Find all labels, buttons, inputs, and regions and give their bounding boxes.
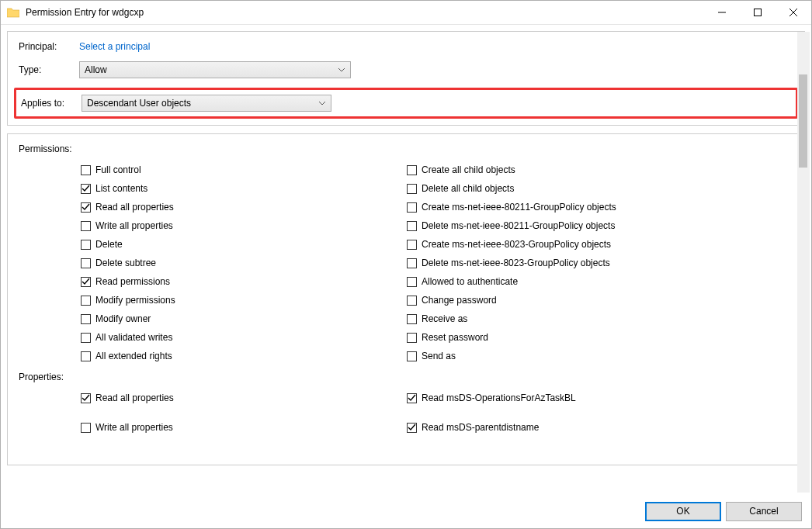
ok-button[interactable]: OK xyxy=(645,502,721,521)
permission-item: Delete subtree xyxy=(81,254,407,272)
scrollbar-thumb[interactable] xyxy=(799,74,807,168)
permission-label: Read msDS-parentdistname xyxy=(422,422,539,433)
permission-label: Read msDS-OperationsForAzTaskBL xyxy=(422,392,576,403)
maximize-button[interactable] xyxy=(740,1,776,24)
permissions-columns: Full controlList contentsRead all proper… xyxy=(19,161,793,365)
type-row: Type: Allow xyxy=(19,61,793,78)
checkbox[interactable] xyxy=(81,333,91,343)
checkbox[interactable] xyxy=(81,221,91,231)
titlebar: Permission Entry for wdgcxp xyxy=(1,1,811,25)
type-label: Type: xyxy=(19,64,79,75)
permission-label: Full control xyxy=(95,164,141,175)
type-dropdown[interactable]: Allow xyxy=(79,61,351,78)
checkbox[interactable] xyxy=(407,277,417,287)
cancel-button[interactable]: Cancel xyxy=(726,502,802,521)
window-buttons xyxy=(704,1,811,24)
permission-item: All extended rights xyxy=(81,347,407,365)
permission-item: List contents xyxy=(81,179,407,198)
permission-label: Modify owner xyxy=(95,313,151,324)
principal-label: Principal: xyxy=(19,41,79,52)
checkbox[interactable] xyxy=(81,393,91,403)
applies-to-dropdown[interactable]: Descendant User objects xyxy=(82,95,331,112)
vertical-scrollbar[interactable] xyxy=(797,32,810,493)
permission-item: All validated writes xyxy=(81,328,407,347)
permissions-left-column: Full controlList contentsRead all proper… xyxy=(81,161,407,365)
minimize-button[interactable] xyxy=(704,1,740,24)
permission-item: Create ms-net-ieee-80211-GroupPolicy obj… xyxy=(407,198,733,216)
content-area: Principal: Select a principal Type: Allo… xyxy=(1,25,811,494)
principal-row: Principal: Select a principal xyxy=(19,41,793,52)
permission-label: Write all properties xyxy=(95,220,173,231)
permissions-header: Permissions: xyxy=(19,143,793,154)
permission-label: Write all properties xyxy=(95,422,173,433)
checkbox[interactable] xyxy=(407,258,417,268)
checkbox[interactable] xyxy=(407,184,417,194)
checkbox[interactable] xyxy=(81,258,91,268)
permission-item: Read all properties xyxy=(81,389,407,407)
permission-item: Receive as xyxy=(407,309,733,328)
checkbox[interactable] xyxy=(407,314,417,324)
checkbox[interactable] xyxy=(407,165,417,175)
permission-label: Allowed to authenticate xyxy=(422,276,518,287)
permission-item: Modify owner xyxy=(81,309,407,328)
checkbox[interactable] xyxy=(407,202,417,213)
permission-label: Modify permissions xyxy=(95,295,175,306)
checkbox[interactable] xyxy=(81,277,91,287)
permission-item: Send as xyxy=(407,347,733,365)
chevron-down-icon xyxy=(336,68,347,72)
select-principal-link[interactable]: Select a principal xyxy=(79,41,150,52)
permission-label: Delete xyxy=(95,239,123,250)
permission-item: Read msDS-OperationsForAzTaskBL xyxy=(407,389,733,407)
permission-label: Change password xyxy=(422,295,497,306)
checkbox[interactable] xyxy=(81,184,91,194)
properties-header: Properties: xyxy=(19,372,793,382)
permission-label: Read permissions xyxy=(95,276,170,287)
permission-label: Create ms-net-ieee-8023-GroupPolicy obje… xyxy=(422,239,611,250)
checkbox[interactable] xyxy=(81,165,91,175)
permission-item: Delete ms-net-ieee-8023-GroupPolicy obje… xyxy=(407,254,733,272)
checkbox[interactable] xyxy=(81,240,91,250)
permission-label: List contents xyxy=(95,183,147,194)
permissions-right-column: Create all child objectsDelete all child… xyxy=(407,161,733,365)
permission-label: Delete ms-net-ieee-8023-GroupPolicy obje… xyxy=(422,258,610,268)
checkbox[interactable] xyxy=(407,296,417,306)
permission-label: Create ms-net-ieee-80211-GroupPolicy obj… xyxy=(422,202,616,213)
checkbox[interactable] xyxy=(81,314,91,324)
permission-label: Read all properties xyxy=(95,392,174,403)
properties-right-column: Read msDS-OperationsForAzTaskBLRead msDS… xyxy=(407,389,733,437)
permission-item: Read msDS-parentdistname xyxy=(407,418,733,437)
dialog-footer: OK Cancel xyxy=(1,494,811,528)
checkbox[interactable] xyxy=(81,296,91,306)
checkbox[interactable] xyxy=(407,221,417,231)
checkbox[interactable] xyxy=(407,333,417,343)
permission-label: Read all properties xyxy=(95,202,174,213)
permission-item: Delete xyxy=(81,235,407,254)
checkbox[interactable] xyxy=(407,240,417,250)
close-button[interactable] xyxy=(776,1,811,24)
window-title: Permission Entry for wdgcxp xyxy=(26,7,704,18)
svg-rect-1 xyxy=(755,9,762,16)
chevron-down-icon xyxy=(317,102,328,105)
checkbox[interactable] xyxy=(81,202,91,213)
checkbox[interactable] xyxy=(81,423,91,433)
permission-item: Change password xyxy=(407,291,733,309)
permission-label: Reset password xyxy=(422,332,488,343)
permission-label: Delete subtree xyxy=(95,258,156,268)
checkbox[interactable] xyxy=(407,423,417,433)
permission-label: Delete ms-net-ieee-80211-GroupPolicy obj… xyxy=(422,220,615,231)
checkbox[interactable] xyxy=(81,351,91,361)
applies-to-highlight: Applies to: Descendant User objects xyxy=(14,88,798,119)
checkbox[interactable] xyxy=(407,393,417,403)
applies-to-dropdown-value: Descendant User objects xyxy=(87,98,317,109)
permission-item: Delete ms-net-ieee-80211-GroupPolicy obj… xyxy=(407,216,733,235)
principal-panel: Principal: Select a principal Type: Allo… xyxy=(7,31,805,126)
folder-icon xyxy=(7,7,19,18)
permission-item: Create all child objects xyxy=(407,161,733,179)
permission-item: Reset password xyxy=(407,328,733,347)
checkbox[interactable] xyxy=(407,351,417,361)
permission-item: Allowed to authenticate xyxy=(407,272,733,291)
permission-item: Write all properties xyxy=(81,216,407,235)
permission-item: Write all properties xyxy=(81,418,407,437)
permission-item: Delete all child objects xyxy=(407,179,733,198)
type-dropdown-value: Allow xyxy=(85,64,336,75)
